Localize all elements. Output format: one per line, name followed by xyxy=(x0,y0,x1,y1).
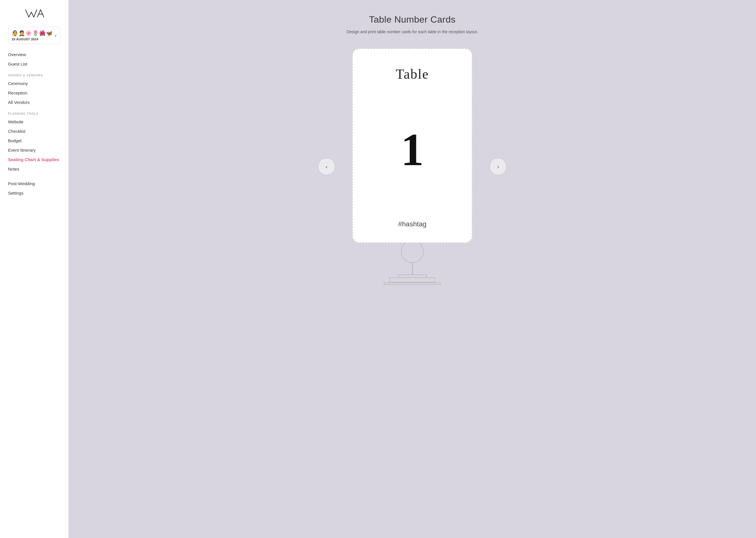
wedding-avatars: 👰🤵🌸🌷🌺🦋 xyxy=(12,30,52,36)
sidebar-item-seating-chart[interactable]: Seating Chart & Supplies xyxy=(8,155,60,164)
wedding-header[interactable]: 👰🤵🌸🌷🌺🦋 25 AUGUST 2024 ∨ xyxy=(8,27,60,44)
stand-base-foot xyxy=(384,283,441,285)
sidebar-item-all-vendors[interactable]: All Vendors xyxy=(8,98,60,107)
chevron-down-icon: ∨ xyxy=(54,33,57,38)
prev-button[interactable]: ‹ xyxy=(318,158,335,175)
next-button[interactable]: › xyxy=(490,158,507,175)
sidebar-item-event-itinerary[interactable]: Event Itinerary xyxy=(8,145,60,155)
card-hashtag: #hashtag xyxy=(398,220,427,228)
stand-base-bottom xyxy=(390,277,435,283)
sidebar-item-website[interactable]: Website xyxy=(8,117,60,127)
chevron-left-icon: ‹ xyxy=(326,163,328,170)
page-subtitle: Design and print table number cards for … xyxy=(347,29,478,34)
sidebar-item-overview[interactable]: Overview xyxy=(8,50,60,59)
card-stand xyxy=(384,240,441,285)
page-title: Table Number Cards xyxy=(369,14,455,25)
card-container: ‹ Table 1 #hashtag › xyxy=(80,48,744,285)
sidebar-item-guest-list[interactable]: Guest List xyxy=(8,59,60,69)
stand-circle xyxy=(401,240,424,263)
venues-section-label: VENUES & VENDORS xyxy=(8,74,60,77)
sidebar-item-reception[interactable]: Reception xyxy=(8,88,60,98)
card-number: 1 xyxy=(401,85,424,214)
sidebar-item-settings[interactable]: Settings xyxy=(8,188,60,198)
sidebar: 👰🤵🌸🌷🌺🦋 25 AUGUST 2024 ∨ Overview Guest L… xyxy=(0,0,69,538)
app-logo xyxy=(8,7,60,21)
stand-pole xyxy=(412,263,413,274)
main-content: Table Number Cards Design and print tabl… xyxy=(69,0,756,538)
wedding-date: 25 AUGUST 2024 xyxy=(12,37,52,41)
sidebar-item-budget[interactable]: Budget xyxy=(8,136,60,145)
sidebar-item-notes[interactable]: Notes xyxy=(8,164,60,174)
sidebar-item-post-wedding[interactable]: Post-Wedding xyxy=(8,179,60,188)
table-card-wrapper: Table 1 #hashtag xyxy=(352,48,472,285)
chevron-right-icon: › xyxy=(497,163,499,170)
table-number-card: Table 1 #hashtag xyxy=(352,48,472,243)
card-table-label: Table xyxy=(396,66,429,82)
sidebar-item-ceremony[interactable]: Ceremony xyxy=(8,79,60,88)
sidebar-item-checklist[interactable]: Checklist xyxy=(8,127,60,136)
planning-section-label: PLANNING TOOLS xyxy=(8,112,60,115)
stand-base-top xyxy=(398,274,427,278)
